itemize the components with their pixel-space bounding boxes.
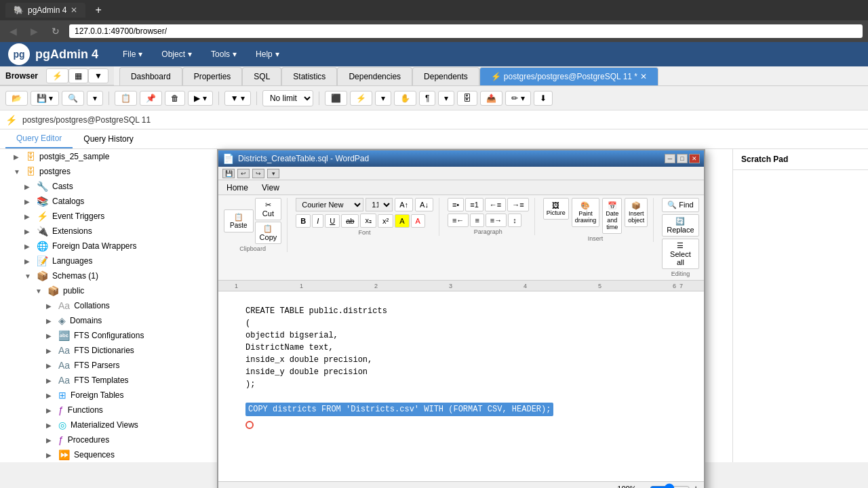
stop-btn[interactable]: ⬛ [325,91,347,106]
wp-save-btn[interactable]: 💾 [222,169,235,178]
insert-paint-btn[interactable]: 🎨 Paint drawing [572,198,600,227]
line-spacing-btn[interactable]: ↕ [508,214,521,227]
cut-btn[interactable]: ✂ Cut [255,198,282,220]
align-left-btn[interactable]: ≡← [448,214,469,227]
menu-file[interactable]: File ▾ [115,47,151,62]
close-btn[interactable]: ✕ [689,154,700,163]
browser-tab[interactable]: 🐘 pgAdmin 4 ✕ [5,3,85,18]
paste-btn[interactable]: 📋 Paste [224,209,254,232]
lightning2-btn[interactable]: ▾ [375,91,391,106]
grid-view-btn[interactable]: ▦ [68,68,88,83]
sidebar-item-schemas[interactable]: ▼ 📦 Schemas (1) [0,268,223,283]
pg-tab-close[interactable]: ✕ [640,72,647,81]
bold-btn[interactable]: B [296,214,311,228]
sidebar-item-extensions[interactable]: ▶ 🔌 Extensions [0,224,223,239]
delete-btn[interactable]: 🗑 [165,91,185,106]
list-num-btn[interactable]: ≡1 [465,198,484,211]
db2-btn[interactable]: 📤 [480,91,502,106]
sub-tab-query-editor[interactable]: Query Editor [5,129,73,148]
insert-picture-btn[interactable]: 🖼 Picture [543,198,569,220]
copy-btn[interactable]: 📋 Copy [255,222,282,244]
sidebar-item-catalogs[interactable]: ▶ 📚 Catalogs [0,194,223,209]
replace-btn[interactable]: 🔄 Replace [662,214,698,237]
paragraph-btn[interactable]: ¶ [419,91,435,106]
paste-btn[interactable]: 📌 [140,91,162,106]
wp-redo-btn[interactable]: ↪ [252,169,264,178]
sidebar-item-public[interactable]: ▼ 📦 public [0,283,223,298]
back-button[interactable]: ◀ [5,24,21,38]
execute-btn[interactable]: ▶ ▾ [188,91,212,106]
indent-inc-btn[interactable]: →≡ [507,198,528,211]
tab-pg-query[interactable]: ⚡ postgres/postgres@PostgreSQL 11 * ✕ [479,67,658,85]
underline-btn[interactable]: U [325,214,340,228]
sidebar-item-domains[interactable]: ▶ ◈ Domains [0,313,223,328]
insert-object-btn[interactable]: 📦 Insert object [625,198,648,227]
download-btn[interactable]: ⬇ [534,91,553,106]
sidebar-item-postgis[interactable]: ▶ 🗄 postgis_25_sample [0,149,223,164]
subscript-btn[interactable]: x₂ [360,214,376,228]
search-btn[interactable]: 🔍 [62,91,84,106]
maximize-btn[interactable]: □ [677,154,688,163]
indent-dec-btn[interactable]: ←≡ [485,198,506,211]
list-bullet-btn[interactable]: ≡• [448,198,464,211]
search2-btn[interactable]: ▾ [87,91,103,106]
tab-dashboard[interactable]: Dashboard [119,67,182,85]
lightning-btn[interactable]: ⚡ [350,91,372,106]
tab-close-btn[interactable]: ✕ [71,5,77,15]
save-btn[interactable]: 💾 ▾ [31,91,59,106]
refresh-browser-btn[interactable]: ⚡ [46,68,68,83]
tab-dependencies[interactable]: Dependencies [337,67,412,85]
forward-button[interactable]: ▶ [26,24,42,38]
zoom-in-btn[interactable]: + [693,483,698,488]
tab-properties[interactable]: Properties [182,67,243,85]
address-input[interactable] [69,24,863,38]
sidebar-item-functions[interactable]: ▶ ƒ Functions [0,403,223,418]
sidebar-item-collations[interactable]: ▶ Aa Collations [0,298,223,313]
font-grow-btn[interactable]: A↑ [395,198,413,211]
wp-menu-view[interactable]: View [256,182,285,194]
select-all-btn[interactable]: ☰ Select all [662,239,698,269]
font-shrink-btn[interactable]: A↓ [415,198,433,211]
font-family-select[interactable]: Courier New [296,198,363,211]
font-size-select[interactable]: 11 [366,198,393,211]
menu-tools[interactable]: Tools ▾ [203,47,245,62]
sidebar-item-fts-dict[interactable]: ▶ Aa FTS Dictionaries [0,343,223,358]
reload-button[interactable]: ↻ [47,24,64,38]
align-right-btn[interactable]: ≡→ [486,214,507,227]
menu-help[interactable]: Help ▾ [248,47,288,62]
pencil-btn[interactable]: ✏ ▾ [505,91,530,106]
minimize-btn[interactable]: ─ [665,154,675,163]
wp-menu-btn[interactable]: ▾ [267,169,279,178]
zoom-slider[interactable] [650,483,690,489]
align-center-btn[interactable]: ≡ [470,214,484,227]
zoom-out-btn[interactable]: − [642,483,647,488]
strikethrough-btn[interactable]: ab [341,214,359,228]
sidebar-item-fdw[interactable]: ▶ 🌐 Foreign Data Wrappers [0,239,223,253]
sidebar-item-event-triggers[interactable]: ▶ ⚡ Event Triggers [0,209,223,224]
copy-btn[interactable]: 📋 [115,91,137,106]
document-content[interactable]: CREATE TABLE public.districts ( objectid… [218,291,704,481]
sidebar-item-casts[interactable]: ▶ 🔧 Casts [0,179,223,194]
sidebar-item-languages[interactable]: ▶ 📝 Languages [0,253,223,268]
sidebar-item-sequences[interactable]: ▶ ⏩ Sequences [0,447,223,462]
sidebar-item-fts-config[interactable]: ▶ 🔤 FTS Configurations [0,328,223,343]
italic-btn[interactable]: I [312,214,323,228]
new-tab-button[interactable]: + [91,4,105,16]
sidebar-item-fts-templates[interactable]: ▶ Aa FTS Templates [0,373,223,388]
sidebar-item-fts-parsers[interactable]: ▶ Aa FTS Parsers [0,358,223,373]
hand-btn[interactable]: ✋ [394,91,416,106]
menu-object[interactable]: Object ▾ [153,47,200,62]
paragraph2-btn[interactable]: ▾ [438,91,454,106]
tab-statistics[interactable]: Statistics [281,67,337,85]
sidebar-item-mat-views[interactable]: ▶ ◎ Materialized Views [0,418,223,432]
limit-select[interactable]: No limit [262,90,313,106]
wp-undo-btn[interactable]: ↩ [237,169,250,178]
tab-dependents[interactable]: Dependents [412,67,479,85]
db-btn[interactable]: 🗄 [457,91,477,106]
wp-menu-home[interactable]: Home [221,182,254,194]
find-btn[interactable]: 🔍 Find [662,198,698,212]
sub-tab-query-history[interactable]: Query History [73,130,144,148]
filter-data-btn[interactable]: ▼ ▾ [224,91,251,106]
tab-sql[interactable]: SQL [242,67,281,85]
open-file-btn[interactable]: 📂 [5,91,28,106]
